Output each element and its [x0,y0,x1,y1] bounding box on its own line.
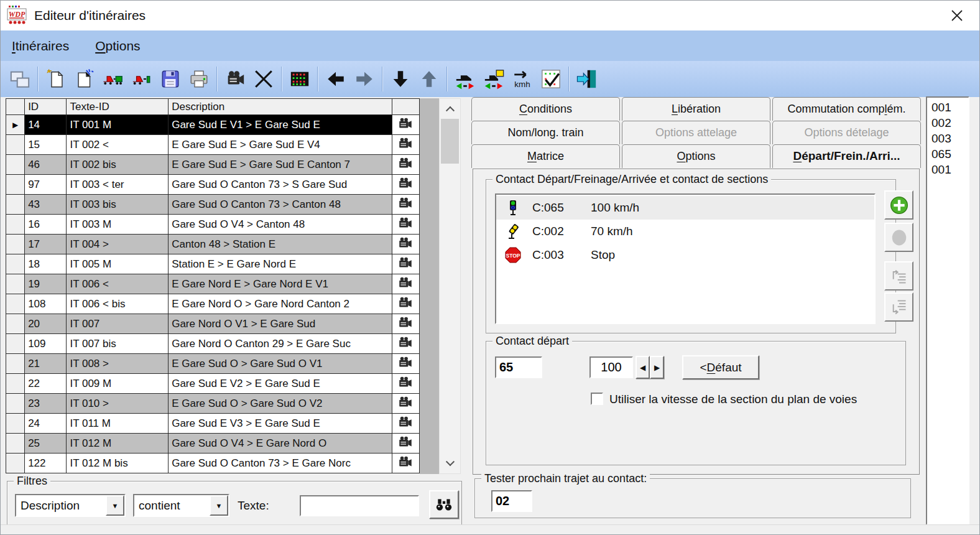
tab-depart-frein-arri[interactable]: Départ/Frein./Arri... [772,144,921,168]
route-description-cell[interactable]: Gare Nord O V1 > E Gare Sud [169,314,392,334]
route-camera-button[interactable] [392,394,419,414]
tab-options[interactable]: Options [622,144,770,168]
route-description-cell[interactable]: E Gare Sud O > Gare Sud O V1 [169,354,392,374]
menu-itineraires[interactable]: Itinéraires [12,39,69,54]
route-texte-id-cell[interactable]: IT 012 M [67,434,169,454]
next-route-icon[interactable] [350,65,379,93]
new-route-icon[interactable] [42,65,70,93]
row-selector[interactable] [6,294,25,314]
route-id-cell[interactable]: 22 [25,374,67,394]
header-description[interactable]: Description [169,99,392,115]
route-id-cell[interactable]: 109 [25,334,67,354]
row-selector[interactable] [6,175,25,195]
route-texte-id-cell[interactable]: IT 012 M bis [67,454,169,473]
route-description-cell[interactable]: Gare Sud E V1 > E Gare Sud E [169,115,392,135]
contact-item[interactable]: C:002 70 km/h [496,220,874,243]
route-camera-button[interactable] [392,155,419,175]
contact-item[interactable]: C:065 100 km/h [496,196,874,220]
route-description-cell[interactable]: E Gare Nord O > Gare Nord Canton 2 [169,294,392,314]
record-contacts-icon[interactable] [221,65,249,93]
table-row[interactable]: 14 IT 001 M Gare Sud E V1 > E Gare Sud E [6,115,420,135]
exit-icon[interactable] [573,65,601,93]
route-texte-id-cell[interactable]: IT 001 M [67,115,169,135]
cascade-windows-icon[interactable] [6,65,34,93]
route-description-cell[interactable]: Canton 48 > Station E [169,235,392,254]
table-row[interactable]: 15 IT 002 < E Gare Sud E > Gare Sud E V4 [6,135,420,155]
route-texte-id-cell[interactable]: IT 006 < [67,274,169,294]
route-description-cell[interactable]: E Gare Nord E > Gare Nord E V1 [169,274,392,294]
row-selector[interactable] [6,254,25,274]
table-row[interactable]: 23 IT 010 > E Gare Sud O > Gare Sud O V2 [6,394,420,414]
contact-number-item[interactable]: 001 [931,100,968,115]
contact-item[interactable]: STOP C:003 Stop [496,243,874,267]
route-id-cell[interactable]: 97 [25,175,67,195]
filter-operator-select[interactable]: contient [133,494,229,517]
route-camera-button[interactable] [392,235,419,254]
route-texte-id-cell[interactable]: IT 009 M [67,374,169,394]
header-id[interactable]: ID [25,99,67,115]
chevron-down-icon[interactable] [106,495,124,516]
tab-liberation[interactable]: Libération [622,97,770,121]
spin-left-icon[interactable]: ◀ [636,356,650,379]
chevron-down-icon[interactable] [210,495,228,516]
contact-number-list[interactable]: 001002003065001 [926,96,969,525]
contact-number-item[interactable]: 003 [931,131,968,146]
route-description-cell[interactable]: Gare Sud E V3 > E Gare Sud E [169,414,392,434]
route-texte-id-cell[interactable]: IT 005 M [67,254,169,274]
depart-speed-input[interactable] [589,356,633,378]
table-row[interactable]: 19 IT 006 < E Gare Nord E > Gare Nord E … [6,274,420,294]
contact-list[interactable]: C:065 100 km/h C:002 70 km/h STOP C:003 … [495,193,876,324]
kmh-settings-icon[interactable]: kmh [508,65,537,93]
route-texte-id-cell[interactable]: IT 006 < bis [67,294,169,314]
route-id-cell[interactable]: 43 [25,195,67,215]
row-selector[interactable] [6,414,25,434]
route-camera-button[interactable] [392,294,419,314]
filter-text-input[interactable] [300,495,419,516]
route-description-cell[interactable]: Gare Sud E V2 > E Gare Sud E [169,374,392,394]
row-selector[interactable] [6,274,25,294]
contact-number-item[interactable]: 065 [931,146,968,162]
route-id-cell[interactable]: 19 [25,274,67,294]
route-texte-id-cell[interactable]: IT 002 bis [67,155,169,175]
route-description-cell[interactable]: Station E > E Gare Nord E [169,254,392,274]
route-description-cell[interactable]: Gare Sud O Canton 73 > Canton 48 [169,195,392,215]
route-texte-id-cell[interactable]: IT 007 [67,314,169,334]
route-texte-id-cell[interactable]: IT 011 M [67,414,169,434]
menu-options[interactable]: Options [95,39,140,54]
previous-route-icon[interactable] [321,65,350,93]
tab-matrice[interactable]: Matrice [471,144,620,168]
table-row[interactable]: 25 IT 012 M Gare Sud O V4 > E Gare Nord … [6,434,420,454]
route-camera-button[interactable] [392,195,419,215]
route-description-cell[interactable]: Gare Nord O Canton 29 > E Gare Suc [169,334,392,354]
row-selector[interactable] [6,334,25,354]
table-row[interactable]: 109 IT 007 bis Gare Nord O Canton 29 > E… [6,334,420,354]
route-id-cell[interactable]: 15 [25,135,67,155]
table-row[interactable]: 46 IT 002 bis E Gare Sud E > Gare Sud E … [6,155,420,175]
test-contact-input[interactable] [491,490,532,512]
route-camera-button[interactable] [392,434,419,454]
row-selector[interactable] [6,454,25,473]
table-row[interactable]: 17 IT 004 > Canton 48 > Station E [6,235,420,254]
delete-route-icon[interactable] [249,65,278,93]
filter-field-select[interactable]: Description [15,494,126,517]
contact-number-item[interactable]: 002 [931,115,968,131]
tab-conditions[interactable]: Conditions [471,97,620,121]
route-texte-id-cell[interactable]: IT 002 < [67,135,169,155]
route-camera-button[interactable] [392,215,419,235]
row-selector[interactable] [6,374,25,394]
speed-profile-display-icon[interactable] [479,65,508,93]
route-texte-id-cell[interactable]: IT 003 bis [67,195,169,215]
header-texte-id[interactable]: Texte-ID [67,99,169,115]
route-id-cell[interactable]: 20 [25,314,67,334]
speed-profile-icon[interactable] [451,65,479,93]
route-camera-button[interactable] [392,414,419,434]
route-id-cell[interactable]: 14 [25,115,67,135]
route-camera-button[interactable] [392,334,419,354]
depart-contact-input[interactable] [495,356,542,378]
route-description-cell[interactable]: Gare Sud O V4 > Canton 48 [169,215,392,235]
edit-route-icon[interactable] [70,65,99,93]
route-id-cell[interactable]: 21 [25,354,67,374]
route-description-cell[interactable]: Gare Sud O Canton 73 > S Gare Sud [169,175,392,195]
move-up-icon[interactable] [415,65,443,93]
route-camera-button[interactable] [392,314,419,334]
